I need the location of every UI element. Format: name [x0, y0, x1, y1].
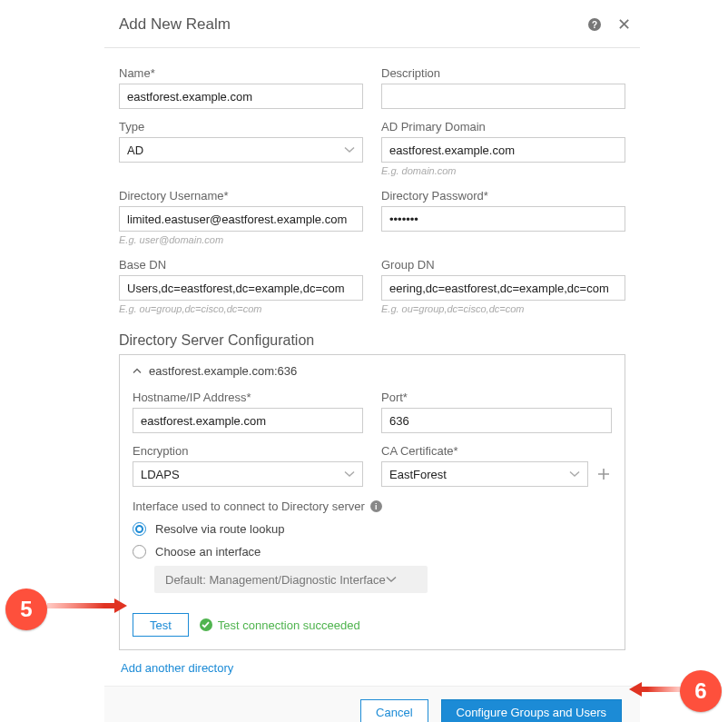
name-input[interactable]	[119, 84, 363, 109]
close-icon[interactable]: ✕	[614, 15, 635, 35]
port-input[interactable]	[381, 408, 612, 433]
hostname-label: Hostname/IP Address*	[133, 391, 363, 404]
port-label: Port*	[381, 391, 612, 404]
add-directory-link[interactable]: Add another directory	[121, 661, 233, 675]
encryption-select[interactable]: LDAPS	[133, 461, 363, 487]
arrow-icon	[47, 597, 127, 615]
svg-rect-1	[642, 687, 680, 692]
radio-choose-interface[interactable]: Choose an interface	[133, 545, 612, 559]
directory-password-input[interactable]	[381, 206, 625, 232]
radio-icon	[133, 522, 146, 536]
plus-icon	[596, 467, 611, 481]
directory-password-label: Directory Password*	[381, 189, 625, 203]
base-dn-label: Base DN	[119, 258, 363, 272]
directory-username-label: Directory Username*	[119, 189, 363, 203]
arrow-icon	[629, 680, 680, 698]
chevron-down-icon	[344, 146, 355, 153]
chevron-down-icon	[386, 576, 397, 583]
modal-title: Add New Realm	[119, 15, 588, 34]
group-dn-hint: E.g. ou=group,dc=cisco,dc=com	[381, 303, 625, 314]
directory-username-hint: E.g. user@domain.com	[119, 234, 363, 245]
interface-select[interactable]: Default: Management/Diagnostic Interface	[154, 566, 428, 593]
radio-resolve-route[interactable]: Resolve via route lookup	[133, 522, 612, 536]
radio-choose-label: Choose an interface	[155, 545, 261, 559]
ad-primary-hint: E.g. domain.com	[381, 165, 625, 176]
annotation-step-6: 6	[680, 670, 722, 712]
encryption-label: Encryption	[133, 444, 363, 458]
hostname-input[interactable]	[133, 408, 363, 433]
radio-resolve-label: Resolve via route lookup	[155, 522, 284, 536]
configure-button[interactable]: Configure Groups and Users	[441, 699, 622, 722]
test-button[interactable]: Test	[133, 613, 189, 637]
base-dn-input[interactable]	[119, 275, 363, 301]
interface-label: Interface used to connect to Directory s…	[133, 499, 365, 513]
server-panel-header[interactable]: eastforest.example.com:636	[133, 361, 612, 385]
help-icon[interactable]: ?	[588, 18, 601, 31]
cancel-button[interactable]: Cancel	[360, 699, 428, 722]
annotation-step-5: 5	[5, 588, 47, 630]
encryption-select-value: LDAPS	[141, 468, 180, 481]
ca-cert-label: CA Certificate*	[381, 444, 612, 458]
test-status-text: Test connection succeeded	[218, 618, 360, 632]
modal-footer: Cancel Configure Groups and Users	[104, 686, 640, 722]
chevron-down-icon	[569, 470, 580, 478]
ca-cert-select[interactable]: EastForest	[381, 461, 588, 487]
description-input[interactable]	[381, 84, 625, 109]
radio-icon	[133, 545, 146, 559]
success-icon	[200, 618, 212, 631]
ad-primary-label: AD Primary Domain	[381, 120, 625, 134]
add-ca-cert-button[interactable]	[595, 466, 612, 482]
type-label: Type	[119, 120, 363, 134]
ad-primary-input[interactable]	[381, 137, 625, 163]
server-panel-title: eastforest.example.com:636	[149, 364, 297, 378]
modal-body: Name* Description Type AD	[104, 48, 640, 686]
info-icon[interactable]: i	[370, 500, 382, 512]
type-select-value: AD	[127, 143, 143, 157]
modal-header: Add New Realm ? ✕	[104, 5, 640, 48]
group-dn-input[interactable]	[381, 275, 625, 301]
name-label: Name*	[119, 66, 363, 80]
add-realm-modal: Add New Realm ? ✕ Name* Description Type	[104, 5, 640, 722]
server-panel: eastforest.example.com:636 Hostname/IP A…	[119, 354, 625, 650]
chevron-up-icon	[133, 368, 142, 374]
description-label: Description	[381, 66, 625, 80]
type-select[interactable]: AD	[119, 137, 363, 163]
base-dn-hint: E.g. ou=group,dc=cisco,dc=com	[119, 303, 363, 314]
svg-rect-0	[47, 603, 114, 608]
chevron-down-icon	[344, 470, 355, 478]
interface-select-value: Default: Management/Diagnostic Interface	[165, 573, 386, 587]
directory-username-input[interactable]	[119, 206, 363, 232]
group-dn-label: Group DN	[381, 258, 625, 272]
server-section-title: Directory Server Configuration	[119, 332, 625, 349]
ca-cert-select-value: EastForest	[389, 468, 447, 481]
